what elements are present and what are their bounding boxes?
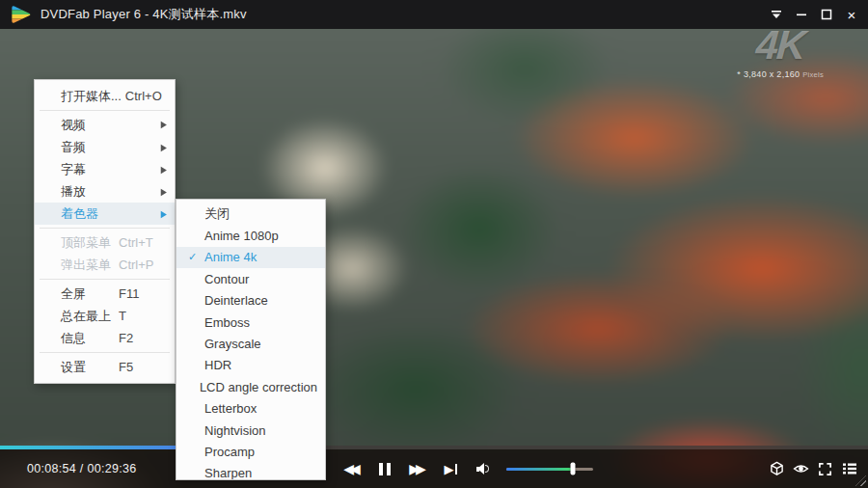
menu-item-popup-menu: 弹出菜单 Ctrl+P: [35, 254, 175, 276]
submenu-arrow-icon: ▶: [161, 164, 167, 175]
playlist-button[interactable]: [838, 454, 860, 483]
dock-menu-icon[interactable]: [764, 0, 789, 29]
menu-item-shader[interactable]: 着色器 ▶: [35, 203, 175, 225]
menu-item-fullscreen[interactable]: 全屏 F11: [35, 283, 175, 305]
close-button[interactable]: ×: [839, 0, 864, 29]
app-logo-icon: [9, 5, 32, 24]
video-stage[interactable]: 4K * 3,840 x 2,160 Pixels 00:08:54 / 00:…: [0, 29, 868, 488]
menu-item-open-media[interactable]: 打开媒体... Ctrl+O: [35, 85, 175, 107]
player-window: DVDFab Player 6 - 4K测试样本.mkv × 4K * 3,84…: [0, 0, 868, 488]
shader-item-anime-1080p[interactable]: Anime 1080p: [176, 225, 325, 246]
eye-icon: [793, 462, 809, 475]
speaker-icon[interactable]: [476, 462, 489, 475]
context-menu: 打开媒体... Ctrl+O 视频 ▶ 音频 ▶ 字幕 ▶ 播放 ▶ 着色器: [34, 79, 176, 384]
rewind-icon: ◀◀: [343, 461, 361, 476]
resolution-watermark: 4K * 3,840 x 2,160 Pixels: [737, 29, 824, 79]
menu-item-settings[interactable]: 设置 F5: [35, 356, 175, 378]
shader-item-sharpen[interactable]: Sharpen: [176, 463, 325, 480]
shader-item-emboss[interactable]: Emboss: [176, 312, 325, 333]
shader-item-deinterlace[interactable]: Deinterlace: [176, 290, 325, 312]
submenu-arrow-icon: ▶: [161, 142, 167, 152]
menu-item-video[interactable]: 视频 ▶: [35, 114, 175, 136]
pause-button[interactable]: [368, 453, 401, 484]
fast-forward-icon: ▶▶: [409, 461, 426, 476]
shader-item-off[interactable]: 关闭: [176, 203, 325, 225]
menu-item-top-menu: 顶部菜单 Ctrl+T: [35, 231, 175, 254]
submenu-arrow-icon: ▶: [161, 186, 167, 197]
cube-icon: [770, 461, 784, 476]
shader-item-anime-4k[interactable]: ✓ Anime 4k: [176, 247, 325, 268]
menu-separator: [40, 279, 170, 280]
next-icon: ▶: [445, 462, 454, 476]
menu-separator: [40, 110, 170, 111]
menu-separator: [40, 352, 170, 353]
resolution-text: * 3,840 x 2,160 Pixels: [737, 69, 824, 79]
fullscreen-icon: [818, 462, 832, 476]
visual-effects-button[interactable]: [790, 454, 812, 483]
shader-item-grayscale[interactable]: Grayscale: [176, 333, 325, 354]
3d-mode-button[interactable]: [766, 454, 788, 483]
menu-item-subtitles[interactable]: 字幕 ▶: [35, 158, 175, 180]
time-display: 00:08:54 / 00:29:36: [27, 449, 136, 488]
fullscreen-button[interactable]: [814, 454, 836, 483]
menu-item-always-on-top[interactable]: 总在最上 T: [35, 305, 175, 327]
shader-item-lcd-angle-correction[interactable]: LCD angle correction: [176, 376, 325, 397]
shader-submenu: 关闭 Anime 1080p ✓ Anime 4k Contour Deinte…: [176, 199, 326, 480]
window-title: DVDFab Player 6 - 4K测试样本.mkv: [41, 6, 247, 23]
volume-controls: [476, 449, 593, 488]
shader-item-hdr[interactable]: HDR: [176, 355, 325, 376]
window-controls: ×: [764, 0, 868, 29]
checkmark-icon: ✓: [188, 251, 204, 263]
transport-controls: ◀◀ ▶▶ ▶: [336, 449, 467, 488]
playlist-icon: [842, 462, 857, 475]
resolution-unit: Pixels: [802, 70, 824, 79]
shader-item-nightvision[interactable]: Nightvision: [176, 420, 325, 441]
shader-item-contour[interactable]: Contour: [176, 268, 325, 289]
pause-icon: [379, 463, 391, 475]
submenu-arrow-icon: ▶: [161, 208, 167, 219]
menu-item-playback[interactable]: 播放 ▶: [35, 180, 175, 203]
maximize-button[interactable]: [814, 0, 839, 29]
menu-separator: [40, 228, 170, 229]
control-bar: 00:08:54 / 00:29:36 ◀◀ ▶▶ ▶: [0, 446, 868, 488]
volume-level: [506, 468, 573, 471]
menu-item-audio[interactable]: 音频 ▶: [35, 136, 175, 158]
shader-item-procamp[interactable]: Procamp: [176, 441, 325, 462]
submenu-arrow-icon: ▶: [161, 120, 167, 130]
right-toolbar: [766, 449, 860, 488]
fast-forward-button[interactable]: ▶▶: [401, 453, 434, 484]
minimize-button[interactable]: [789, 0, 814, 29]
rewind-button[interactable]: ◀◀: [336, 453, 368, 484]
next-button[interactable]: ▶: [434, 453, 467, 484]
4k-logo: 4K: [736, 29, 826, 66]
volume-handle[interactable]: [571, 463, 576, 475]
volume-slider[interactable]: [506, 468, 593, 471]
shader-item-letterbox[interactable]: Letterbox: [176, 398, 325, 420]
menu-item-info[interactable]: 信息 F2: [35, 327, 175, 349]
title-bar: DVDFab Player 6 - 4K测试样本.mkv ×: [0, 0, 868, 29]
